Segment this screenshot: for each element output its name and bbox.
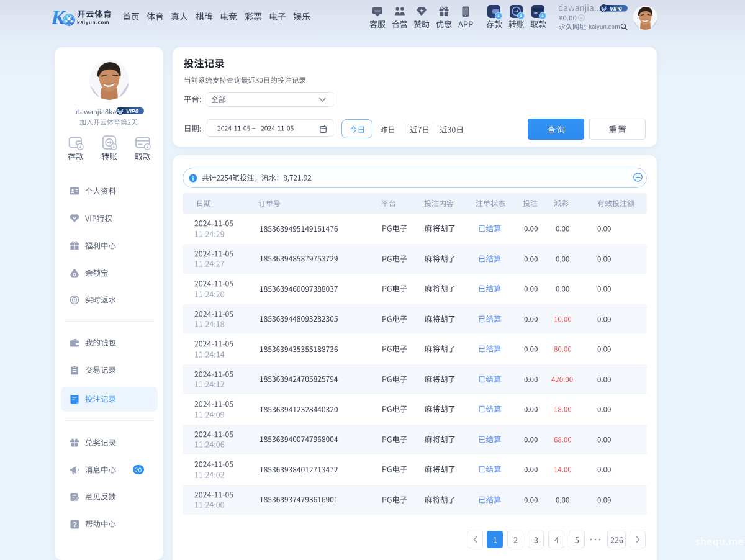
svg-text:VIP0: VIP0	[126, 108, 139, 114]
svg-text:VIP0: VIP0	[610, 6, 622, 12]
svg-text:?: ?	[73, 521, 76, 528]
